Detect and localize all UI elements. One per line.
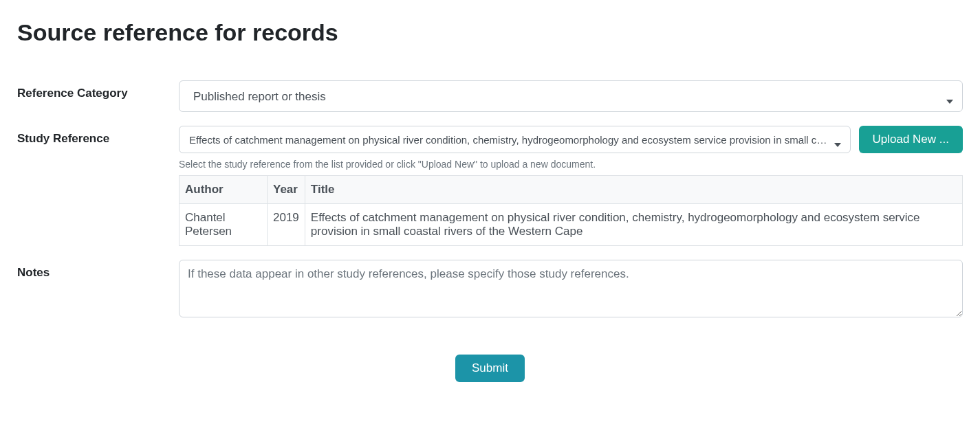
table-cell-year: 2019 [268,204,305,246]
notes-textarea[interactable] [179,260,963,317]
upload-new-button[interactable]: Upload New ... [859,126,963,153]
study-reference-select[interactable]: Effects of catchment management on physi… [179,126,851,153]
table-header-year: Year [268,176,305,204]
page-title: Source reference for records [17,19,963,46]
submit-button[interactable]: Submit [455,355,525,382]
table-header-title: Title [305,176,962,204]
reference-category-label: Reference Category [17,80,179,100]
reference-table: Author Year Title Chantel Petersen 2019 … [179,175,963,246]
table-cell-author: Chantel Petersen [179,204,268,246]
reference-category-select[interactable]: Published report or thesis [179,80,963,112]
notes-label: Notes [17,260,179,280]
table-cell-title: Effects of catchment management on physi… [305,204,962,246]
table-row: Chantel Petersen 2019 Effects of catchme… [179,204,963,246]
table-header-author: Author [179,176,268,204]
study-reference-help-text: Select the study reference from the list… [179,159,963,170]
study-reference-label: Study Reference [17,126,179,146]
